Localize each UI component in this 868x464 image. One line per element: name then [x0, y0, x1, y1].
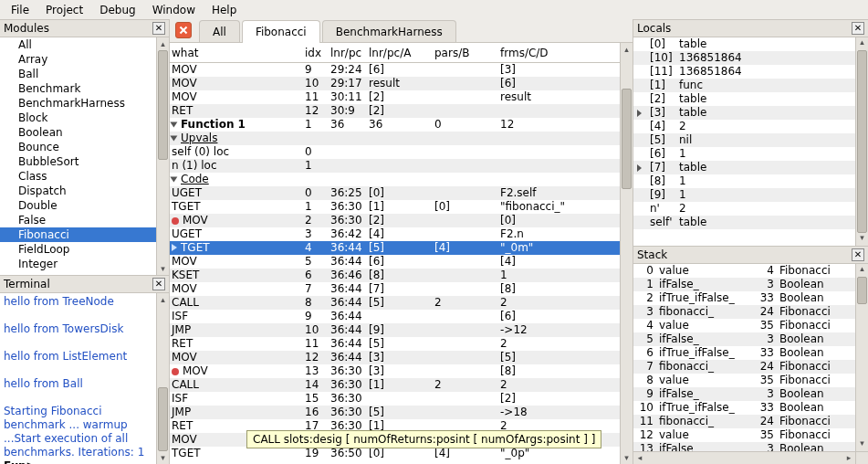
code-row[interactable]: Upvals	[170, 132, 620, 145]
locals-close-icon[interactable]: ✕	[852, 22, 864, 35]
locals-row[interactable]: [9]1	[633, 188, 855, 202]
menu-project[interactable]: Project	[38, 2, 90, 18]
stack-list[interactable]: 0value4Fibonacci1ifFalse_3Boolean2ifTrue…	[633, 264, 868, 464]
col-a[interactable]: lnr/pc/A	[367, 47, 433, 59]
stack-row[interactable]: 11fibonacci_24Fibonacci	[633, 415, 855, 428]
code-row[interactable]: MOV736:44[7][8]	[170, 282, 620, 296]
col-idx[interactable]: idx	[303, 47, 329, 59]
module-item[interactable]: Ball	[0, 67, 156, 81]
module-item[interactable]: Bounce	[0, 140, 156, 154]
locals-row[interactable]: [2]table	[633, 92, 855, 106]
col-what[interactable]: what	[170, 47, 303, 59]
stack-row[interactable]: 1ifFalse_3Boolean	[633, 278, 855, 291]
module-item[interactable]: False	[0, 213, 156, 227]
stack-row[interactable]: 9ifFalse_3Boolean	[633, 387, 855, 401]
code-row[interactable]: KSET636:46[8]1	[170, 269, 620, 282]
locals-row[interactable]: [1]func	[633, 79, 855, 92]
code-row[interactable]: JMP1036:44[9]->12	[170, 323, 620, 337]
menu-window[interactable]: Window	[145, 2, 203, 18]
code-row[interactable]: n (1) loc1	[170, 159, 620, 173]
stack-row[interactable]: 7fibonacci_24Fibonacci	[633, 360, 855, 374]
module-item[interactable]: Integer	[0, 257, 156, 271]
code-row[interactable]: self (0) loc0	[170, 145, 620, 159]
expand-icon[interactable]	[170, 177, 177, 183]
expand-icon[interactable]	[637, 164, 642, 172]
modules-scrollbar[interactable]: ▴ ▾	[156, 37, 169, 275]
module-item[interactable]: Double	[0, 198, 156, 213]
module-item[interactable]: All	[0, 37, 156, 52]
code-row[interactable]: MOV536:44[6][4]	[170, 255, 620, 269]
locals-row[interactable]: [0]table	[633, 37, 855, 51]
code-row[interactable]: TGET1936:50[0][4]"_0p"	[170, 447, 620, 460]
menu-debug[interactable]: Debug	[92, 2, 142, 18]
code-row[interactable]: RET1230:9[2]	[170, 104, 620, 118]
stack-row[interactable]: 3fibonacci_24Fibonacci	[633, 305, 855, 319]
module-item[interactable]: BenchmarkHarness	[0, 96, 156, 111]
locals-row[interactable]: n'2	[633, 202, 855, 216]
module-item[interactable]: Boolean	[0, 125, 156, 140]
module-item[interactable]: Fibonacci	[0, 227, 156, 242]
code-row[interactable]: CALL1436:30[1]22	[170, 378, 620, 392]
code-row[interactable]: MOV236:30[2][0]	[170, 214, 620, 227]
col-b[interactable]: pars/B	[433, 47, 498, 59]
code-row[interactable]: ISF1536:30[2]	[170, 392, 620, 406]
module-item[interactable]: Block	[0, 111, 156, 125]
locals-row[interactable]: [5]nil	[633, 133, 855, 147]
stack-row[interactable]: 10ifTrue_ifFalse_33Boolean	[633, 401, 855, 415]
code-row[interactable]: MOV1236:44[3][5]	[170, 351, 620, 364]
code-row[interactable]: MOV1029:17result[6]	[170, 77, 620, 90]
code-table[interactable]: what idx lnr/pc lnr/pc/A pars/B frms/C/D…	[170, 43, 633, 464]
menu-file[interactable]: File	[4, 2, 37, 18]
module-item[interactable]: Array	[0, 52, 156, 67]
terminal-close-icon[interactable]: ✕	[152, 278, 165, 290]
module-item[interactable]: Class	[0, 169, 156, 184]
code-row[interactable]: TGET436:44[5][4]"_0m"	[170, 241, 620, 255]
locals-row[interactable]: [3]table	[633, 106, 855, 120]
code-row[interactable]: JMP1636:30[5]->18	[170, 406, 620, 419]
col-c[interactable]: frms/C/D	[498, 47, 620, 59]
code-row[interactable]: MOV929:24[6][3]	[170, 63, 620, 77]
tab-fibonacci[interactable]: Fibonacci	[242, 20, 320, 43]
code-row[interactable]: MOV1336:30[3][8]	[170, 364, 620, 378]
stack-row[interactable]: 12value35Fibonacci	[633, 428, 855, 442]
code-row[interactable]: UGET036:25[0]F2.self	[170, 186, 620, 200]
expand-icon[interactable]	[170, 136, 177, 142]
module-item[interactable]: BubbleSort	[0, 154, 156, 169]
code-row[interactable]: ISF936:44[6]	[170, 310, 620, 323]
locals-row[interactable]: [6]1	[633, 147, 855, 161]
code-row[interactable]: UGET336:42[4]F2.n	[170, 227, 620, 241]
code-scrollbar[interactable]: ▴ ▾	[620, 43, 633, 464]
locals-list[interactable]: [0]table[10]136851864[11]136851864[1]fun…	[633, 37, 868, 246]
locals-row[interactable]: [8]1	[633, 174, 855, 188]
locals-scrollbar[interactable]: ▴ ▾	[855, 37, 868, 246]
locals-row[interactable]: [11]136851864	[633, 65, 855, 79]
stack-row[interactable]: 6ifTrue_ifFalse_33Boolean	[633, 346, 855, 360]
modules-list[interactable]: AllArrayBallBenchmarkBenchmarkHarnessBlo…	[0, 37, 169, 275]
stack-row[interactable]: 2ifTrue_ifFalse_33Boolean	[633, 291, 855, 305]
stack-row[interactable]: 4value35Fibonacci	[633, 319, 855, 332]
terminal-prompt[interactable]: Exp>	[4, 459, 152, 464]
module-item[interactable]: FieldLoop	[0, 242, 156, 257]
menu-help[interactable]: Help	[204, 2, 244, 18]
stack-row[interactable]: 5ifFalse_3Boolean	[633, 332, 855, 346]
expand-icon[interactable]	[172, 244, 177, 251]
expand-icon[interactable]	[637, 110, 642, 117]
locals-row[interactable]: [4]2	[633, 120, 855, 133]
stack-close-icon[interactable]: ✕	[852, 248, 864, 261]
module-item[interactable]: Benchmark	[0, 81, 156, 96]
tab-benchmarkharness[interactable]: BenchmarkHarness	[322, 20, 456, 42]
stack-row[interactable]: 0value4Fibonacci	[633, 264, 855, 278]
module-item[interactable]: Dispatch	[0, 184, 156, 198]
breakpoint-icon[interactable]	[172, 368, 179, 375]
terminal-scrollbar[interactable]: ▴ ▾	[156, 293, 169, 464]
stack-row[interactable]: 8value35Fibonacci	[633, 374, 855, 387]
tab-all[interactable]: All	[199, 20, 240, 42]
code-row[interactable]: MOV1130:11[2]result	[170, 90, 620, 104]
code-row[interactable]: CALL836:44[5]22	[170, 296, 620, 310]
locals-row[interactable]: [7]table	[633, 161, 855, 174]
code-row[interactable]: RET1136:44[5]2	[170, 337, 620, 351]
breakpoint-icon[interactable]	[172, 217, 179, 225]
modules-close-icon[interactable]: ✕	[152, 22, 165, 35]
code-row[interactable]: TGET136:30[1][0]"fibonacci_"	[170, 200, 620, 214]
locals-row[interactable]: [10]136851864	[633, 51, 855, 65]
